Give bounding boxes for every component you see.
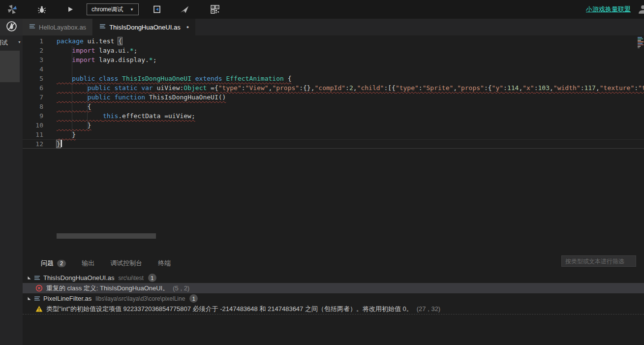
indent-guide xyxy=(72,46,72,139)
problem-file-name: ThisIsDongHuaOneUI.as xyxy=(43,274,115,282)
problem-message: 类型"int"的初始值设定项值 9223372036854775807 必须介于… xyxy=(46,305,413,314)
debug-panel-dropdown[interactable]: 调试 ▼ xyxy=(0,38,23,47)
run-play-icon[interactable] xyxy=(63,3,78,16)
toolbar: chrome调试 ▼ xyxy=(0,0,644,19)
panel-tab-label: 终端 xyxy=(158,259,171,268)
panel-tab-label: 输出 xyxy=(82,259,94,268)
panel-tab-problems[interactable]: 问题 2 xyxy=(41,259,66,268)
account-icon[interactable] xyxy=(638,4,644,15)
chevron-down-icon: ▼ xyxy=(18,40,21,44)
problems-count-badge: 2 xyxy=(57,260,66,267)
debug-target-value: chrome调试 xyxy=(92,5,123,14)
problem-position: (27 , 32) xyxy=(417,305,440,313)
send-plane-icon[interactable] xyxy=(177,3,192,16)
panel-tabbar: 问题 2 输出 调试控制台 终端 xyxy=(23,256,644,271)
debug-panel-label: 调试 xyxy=(0,38,8,47)
problem-file-row[interactable]: PixelLineFilter.aslibs\laya\src\laya\d3\… xyxy=(23,293,644,304)
error-icon xyxy=(35,284,43,292)
problem-file-path: src\ui\test xyxy=(119,275,144,282)
problem-file-row[interactable]: ThisIsDongHuaOneUI.assrc\ui\test1 xyxy=(23,273,644,283)
code-line[interactable]: public class ThisIsDongHuaOneUI extends … xyxy=(23,74,644,83)
layaair-logo-icon[interactable] xyxy=(5,3,20,16)
chevron-down-icon: ▼ xyxy=(130,7,134,12)
as-file-icon xyxy=(34,275,40,281)
dirty-indicator: ● xyxy=(186,25,189,30)
twistie-expanded-icon[interactable] xyxy=(27,276,31,280)
bottom-panel: 问题 2 输出 调试控制台 终端 ThisIsDongHuaOneUI.assr… xyxy=(23,252,644,345)
code-line[interactable]: { xyxy=(23,102,644,111)
attach-browser-icon[interactable] xyxy=(150,3,164,16)
qr-code-icon[interactable] xyxy=(208,3,222,16)
text-cursor xyxy=(61,140,62,147)
twistie-expanded-icon[interactable] xyxy=(27,296,31,301)
code-line[interactable]: this.effectData =uiView; xyxy=(23,111,644,121)
promo-link[interactable]: 小游戏换量联盟 xyxy=(586,5,631,14)
tab-label: HelloLayabox.as xyxy=(39,24,86,31)
panel-tab-label: 调试控制台 xyxy=(110,259,142,268)
minimap[interactable] xyxy=(637,35,644,53)
debug-bug-icon[interactable] xyxy=(34,3,49,16)
panel-tab-label: 问题 xyxy=(41,259,54,268)
debug-sidebar: 调试 ▼ xyxy=(0,19,23,345)
code-area[interactable]: package ui.test { import laya.ui.*; impo… xyxy=(23,36,644,149)
problem-position: (5 , 2) xyxy=(173,284,189,292)
sidebar-header xyxy=(0,19,23,35)
as-file-icon xyxy=(29,23,35,31)
code-line[interactable]: } xyxy=(23,130,644,139)
code-line[interactable]: } xyxy=(23,139,644,149)
tab-label: ThisIsDongHuaOneUI.as xyxy=(109,24,181,31)
indent-guide xyxy=(87,83,88,130)
editor-tabbar: HelloLayabox.as ThisIsDongHuaOneUI.as ● xyxy=(23,19,644,35)
code-editor[interactable]: 123456789101112 package ui.test { import… xyxy=(23,35,644,252)
code-line[interactable]: import laya.display.*; xyxy=(23,55,644,64)
problem-message: 重复的 class 定义: ThisIsDongHuaOneUI。 xyxy=(46,284,169,293)
problems-tree: ThisIsDongHuaOneUI.assrc\ui\test1重复的 cla… xyxy=(23,273,644,314)
code-line[interactable]: import laya.ui.*; xyxy=(23,46,644,55)
code-line[interactable]: } xyxy=(23,121,644,130)
as-file-icon xyxy=(34,295,40,302)
ide-window: chrome调试 ▼ xyxy=(0,0,644,345)
problem-warning-row[interactable]: 类型"int"的初始值设定项值 9223372036854775807 必须介于… xyxy=(23,304,644,314)
problem-count-badge: 1 xyxy=(148,274,156,282)
code-line[interactable]: package ui.test { xyxy=(23,36,644,46)
no-debug-icon[interactable] xyxy=(6,21,17,34)
editor-horizontal-scrollbar[interactable] xyxy=(57,233,156,239)
problem-error-row[interactable]: 重复的 class 定义: ThisIsDongHuaOneUI。(5 , 2) xyxy=(23,283,644,293)
code-line[interactable]: public static var uiView:Object ={"type"… xyxy=(23,83,644,93)
code-line[interactable] xyxy=(23,64,644,74)
problems-filter-input[interactable] xyxy=(561,255,636,267)
tab-hellolayabox[interactable]: HelloLayabox.as xyxy=(23,19,93,35)
code-line[interactable]: public function ThisIsDongHuaOneUI() xyxy=(23,93,644,102)
panel-tab-debug-console[interactable]: 调试控制台 xyxy=(110,259,142,268)
problem-file-name: PixelLineFilter.as xyxy=(43,295,92,302)
debug-target-select[interactable]: chrome调试 ▼ xyxy=(87,3,139,15)
warning-icon xyxy=(35,305,43,313)
tab-thisisdonghuaoneui[interactable]: ThisIsDongHuaOneUI.as ● xyxy=(93,19,195,35)
problem-file-path: libs\laya\src\laya\d3\core\pixelLine xyxy=(95,295,185,302)
as-file-icon xyxy=(99,23,106,31)
panel-tab-output[interactable]: 输出 xyxy=(82,259,94,268)
problem-count-badge: 1 xyxy=(189,294,198,303)
debug-panel-fragment xyxy=(0,51,20,82)
panel-tab-terminal[interactable]: 终端 xyxy=(158,259,171,268)
